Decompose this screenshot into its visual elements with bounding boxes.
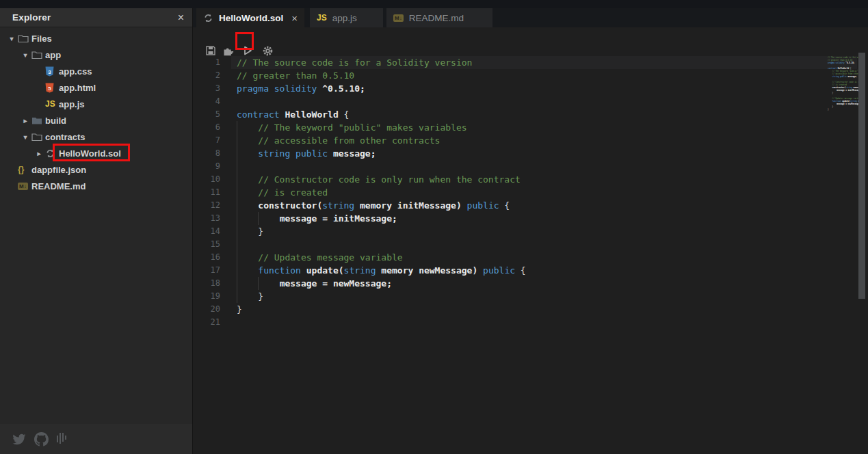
code-line	[237, 238, 526, 251]
tree-item-app-js[interactable]: JSapp.js	[0, 96, 192, 112]
code-line: contract HelloWorld {	[237, 108, 526, 121]
line-number: 2	[193, 69, 220, 82]
code-line: // accessible from other contracts	[237, 134, 526, 147]
run-button[interactable]	[241, 44, 254, 57]
tree-item-build[interactable]: ▸build	[0, 112, 192, 129]
tree-item-app-html[interactable]: 5app.html	[0, 79, 192, 96]
line-number: 6	[193, 121, 220, 134]
save-button[interactable]	[204, 44, 218, 57]
code-line	[237, 316, 526, 329]
line-number-gutter: 123456789101112131415161718192021	[193, 56, 220, 329]
close-icon[interactable]: ×	[178, 12, 184, 23]
solidity-icon	[45, 148, 55, 159]
code-line: // The source code is for a Solidity ver…	[237, 56, 526, 69]
json-icon: {}	[18, 165, 24, 174]
folder-icon	[18, 34, 29, 43]
js-icon: JS	[317, 13, 327, 23]
folder-icon	[31, 132, 42, 142]
window-top-strip	[0, 0, 868, 8]
line-number: 10	[193, 173, 220, 186]
html5-icon: 5	[45, 83, 54, 93]
line-number: 12	[193, 199, 220, 212]
code-line: string public message;	[237, 147, 526, 160]
code-line	[828, 111, 859, 113]
tree-item-label: dappfile.json	[31, 165, 86, 175]
line-number: 21	[193, 316, 220, 329]
tree-item-label: app.js	[59, 99, 85, 109]
gitter-icon[interactable]	[56, 433, 67, 446]
tree-item-helloworld-sol[interactable]: ▸HelloWorld.sol	[0, 145, 192, 161]
code-content: // The source code is for a Solidity ver…	[237, 56, 526, 329]
line-number: 13	[193, 212, 220, 225]
code-line: }	[237, 303, 526, 316]
tab-label: README.md	[409, 13, 464, 23]
code-editor[interactable]: 123456789101112131415161718192021 // The…	[193, 56, 868, 454]
twitter-icon[interactable]	[12, 433, 27, 446]
chevron-down-icon[interactable]: ▾	[19, 133, 31, 141]
line-number: 9	[193, 160, 220, 173]
tab-label: HelloWorld.sol	[219, 13, 283, 23]
code-line: message = newMessage;	[237, 277, 526, 290]
line-number: 7	[193, 134, 220, 147]
line-number: 4	[193, 95, 220, 108]
svg-text:3: 3	[48, 68, 51, 75]
tab-helloworld-sol[interactable]: HelloWorld.sol×	[196, 8, 304, 27]
line-number: 14	[193, 225, 220, 238]
code-line: // greater than 0.5.10	[237, 69, 526, 82]
tree-item-contracts[interactable]: ▾contracts	[0, 129, 192, 145]
code-line	[237, 95, 526, 108]
explorer-sidebar: Explorer × ▾Files▾app3app.css5app.htmlJS…	[0, 8, 192, 454]
tree-item-label: HelloWorld.sol	[59, 148, 121, 159]
markdown-icon: M↓	[18, 183, 28, 190]
line-number: 1	[193, 56, 220, 69]
line-number: 17	[193, 264, 220, 277]
tree-item-files[interactable]: ▾Files	[0, 30, 192, 46]
chevron-down-icon[interactable]: ▾	[5, 35, 18, 42]
settings-button[interactable]	[261, 44, 274, 57]
minimap[interactable]: // The source code is for a Solidity ver…	[784, 56, 859, 121]
code-line: function update(string memory newMessage…	[237, 264, 526, 277]
code-line: pragma solidity ^0.5.10;	[237, 82, 526, 95]
code-line: // The keyword "public" makes variables	[237, 121, 526, 134]
tree-item-label: Files	[31, 34, 52, 44]
code-line: // Updates message variable	[237, 251, 526, 264]
compile-button[interactable]	[222, 44, 235, 57]
tree-item-app[interactable]: ▾app	[0, 46, 192, 63]
chevron-down-icon[interactable]: ▾	[19, 51, 31, 59]
folder-icon	[31, 50, 42, 59]
code-line: pragma solidity ^0.5.10;	[828, 62, 859, 64]
tree-item-label: app.css	[59, 66, 92, 77]
line-number: 19	[193, 290, 220, 303]
code-line	[237, 160, 526, 173]
code-line: // Constructor code is only run when the…	[237, 173, 526, 186]
editor-panel: HelloWorld.sol×JSapp.jsM↓README.md 12345…	[193, 8, 868, 454]
tab-label: app.js	[332, 13, 357, 23]
folder-solid-icon	[31, 116, 42, 125]
close-icon[interactable]: ×	[291, 12, 298, 24]
sidebar-footer	[0, 424, 192, 454]
code-line: // is created	[237, 186, 526, 199]
github-icon[interactable]	[34, 432, 49, 446]
tree-item-readme-md[interactable]: M↓README.md	[0, 178, 192, 194]
line-number: 8	[193, 147, 220, 160]
chevron-right-icon[interactable]: ▸	[33, 150, 45, 157]
tree-item-app-css[interactable]: 3app.css	[0, 63, 192, 79]
line-number: 16	[193, 251, 220, 264]
tree-item-label: contracts	[45, 132, 86, 142]
code-line: constructor(string memory initMessage) p…	[237, 199, 526, 212]
tree-item-dappfile-json[interactable]: {}dappfile.json	[0, 161, 192, 178]
editor-scrollbar[interactable]	[858, 53, 865, 299]
svg-text:5: 5	[48, 85, 51, 91]
tab-readme-md[interactable]: M↓README.md	[386, 8, 492, 27]
js-icon: JS	[45, 99, 55, 109]
tab-bar: HelloWorld.sol×JSapp.jsM↓README.md	[193, 8, 868, 27]
code-line: }	[237, 225, 526, 238]
code-line: string public message;	[828, 75, 859, 78]
chevron-right-icon[interactable]: ▸	[19, 117, 31, 124]
ide-window: Explorer × ▾Files▾app3app.css5app.htmlJS…	[0, 0, 868, 454]
puzzle-icon	[222, 45, 235, 56]
line-number: 5	[193, 108, 220, 121]
line-number: 11	[193, 186, 220, 199]
explorer-title: Explorer	[0, 12, 51, 23]
tab-app-js[interactable]: JSapp.js	[310, 8, 383, 27]
